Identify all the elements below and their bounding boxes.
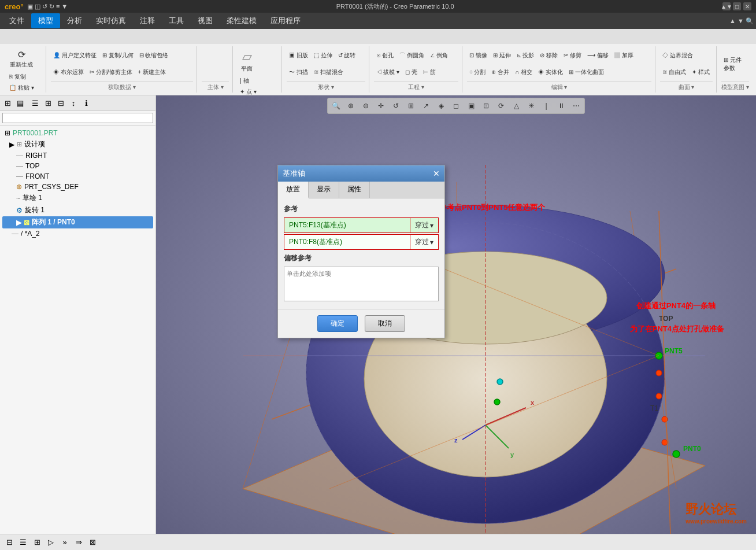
btn-boolean[interactable]: ◈ 布尔运算	[51, 67, 86, 77]
window-controls[interactable]: ▲▼ □ ✕	[722, 2, 751, 10]
ref-dropdown-1[interactable]: ▾	[430, 222, 433, 230]
dialog-tab-display[interactable]: 显示	[309, 182, 339, 198]
btn-point[interactable]: ✦ 点 ▾	[238, 87, 266, 95]
tree-filter-icon[interactable]: ▤	[14, 97, 26, 109]
btn-style[interactable]: ✦ 样式	[690, 67, 712, 77]
tree-item-array[interactable]: ▶ ⊠ 阵列 1 / PNT0	[2, 216, 153, 228]
bottom-grid-icon[interactable]: ⊞	[31, 537, 43, 548]
maximize-button[interactable]: □	[733, 2, 741, 10]
ref-constraint-1[interactable]: 穿过 ▾	[410, 218, 438, 232]
tree-settings-icon[interactable]: ⊞	[2, 97, 13, 109]
tree-item-top[interactable]: — TOP	[2, 161, 153, 171]
vp-pan[interactable]: ✛	[374, 99, 388, 112]
menu-tools[interactable]: 工具	[162, 13, 191, 28]
btn-element-param[interactable]: ⊞ 元件参数	[721, 55, 749, 73]
menu-annotation[interactable]: 注释	[133, 13, 162, 28]
btn-offset[interactable]: ⟶ 偏移	[585, 50, 611, 61]
btn-divide[interactable]: ÷ 分割	[467, 67, 488, 77]
vp-lights[interactable]: ☀	[524, 99, 538, 112]
btn-extend[interactable]: ⊞ 延伸	[491, 50, 513, 61]
btn-hole[interactable]: ⊙ 创孔	[374, 50, 396, 61]
menu-apps[interactable]: 应用程序	[264, 13, 307, 28]
vp-hidden[interactable]: ▣	[464, 99, 478, 112]
vp-zoom-in[interactable]: ⊕	[344, 99, 358, 112]
menu-model[interactable]: 模型	[31, 13, 60, 28]
vp-shading[interactable]: ◈	[434, 99, 448, 112]
vp-zoom-out[interactable]: ⊖	[359, 99, 373, 112]
tree-item-csys[interactable]: ⊕ PRT_CSYS_DEF	[2, 182, 153, 192]
btn-paste[interactable]: 📋 粘贴 ▾	[7, 83, 36, 93]
btn-thicken[interactable]: ▥ 加厚	[612, 50, 636, 61]
btn-solidify[interactable]: ◈ 实体化	[536, 67, 565, 77]
tree-item-revolve[interactable]: ⚙ 旋转 1	[2, 204, 153, 216]
dialog-close-button[interactable]: ✕	[433, 169, 440, 178]
btn-revolve[interactable]: ↺ 旋转	[336, 50, 358, 61]
offset-input[interactable]	[284, 267, 439, 301]
btn-shrink[interactable]: ⊟ 收缩包络	[137, 50, 171, 61]
btn-remove[interactable]: ⊘ 移除	[538, 50, 560, 61]
tree-item-design[interactable]: ▶ ⊞ 设计项	[2, 138, 153, 150]
vp-more[interactable]: ⋯	[569, 99, 583, 112]
btn-copy-geo[interactable]: ⊞ 复制/几何	[100, 50, 136, 61]
vp-wireframe[interactable]: ◻	[449, 99, 463, 112]
btn-copy[interactable]: ⎘ 复制	[7, 72, 36, 82]
vp-select[interactable]: ↗	[419, 99, 433, 112]
vp-pause[interactable]: ⏸	[554, 99, 568, 112]
reference-row-2[interactable]: PNT0:F8(基准点) 穿过 ▾	[284, 234, 439, 250]
bottom-arrow-icon[interactable]: ⇒	[73, 537, 84, 548]
btn-project[interactable]: ⊾ 投影	[514, 50, 537, 61]
minimize-button[interactable]: ▲▼	[722, 2, 731, 10]
tree-item-front[interactable]: — FRONT	[2, 171, 153, 182]
btn-freestyle[interactable]: ≋ 自由式	[660, 67, 688, 77]
tree-item-right[interactable]: — RIGHT	[2, 150, 153, 161]
btn-round[interactable]: ⌒ 倒圆角	[397, 50, 427, 61]
ref-dropdown-2[interactable]: ▾	[430, 238, 433, 246]
btn-legacy[interactable]: ▣ 旧版	[287, 50, 310, 61]
ok-button[interactable]: 确定	[317, 315, 358, 332]
vp-rotate[interactable]: ↺	[389, 99, 403, 112]
btn-intersect[interactable]: ∩ 相交	[513, 67, 535, 77]
tree-info-icon[interactable]: ℹ	[80, 97, 92, 109]
btn-shell[interactable]: ◻ 壳	[403, 67, 420, 77]
menu-flexible[interactable]: 柔性建模	[220, 13, 264, 28]
cancel-button[interactable]: 取消	[365, 315, 405, 332]
tree-grid-icon[interactable]: ⊞	[42, 97, 54, 109]
btn-delete[interactable]: ✕ 删除	[7, 94, 36, 95]
btn-draft[interactable]: ◁ 拔模 ▾	[374, 67, 402, 77]
3d-scene[interactable]: x y z PNT5 PNT0 TOP	[156, 95, 756, 534]
btn-extrude[interactable]: ⬚ 拉伸	[312, 50, 335, 61]
viewport[interactable]: 🔍 ⊕ ⊖ ✛ ↺ ⊞ ↗ ◈ ◻ ▣ ⊡ ⟳ △ ☀ | ⏸ ⋯	[156, 95, 756, 534]
menu-simulation[interactable]: 实时仿真	[89, 13, 133, 28]
tree-search-input[interactable]	[2, 113, 153, 123]
close-button[interactable]: ✕	[743, 2, 751, 10]
btn-unify[interactable]: ⊞ 一体化曲面	[566, 67, 606, 77]
bottom-more-icon[interactable]: »	[59, 537, 71, 548]
vp-zoom-fit[interactable]: 🔍	[329, 99, 343, 112]
btn-chamfer[interactable]: ∠ 倒角	[428, 50, 450, 61]
btn-userdef[interactable]: 👤 用户定义特征	[51, 50, 99, 61]
btn-plane[interactable]: ▱ 平面	[238, 47, 256, 75]
btn-rib[interactable]: ⊢ 筋	[421, 67, 438, 77]
btn-newbody[interactable]: + 新建主体	[136, 67, 169, 77]
btn-split[interactable]: ✂ 分割/修剪主体	[87, 67, 135, 77]
tree-expand-icon[interactable]: ⊟	[55, 97, 66, 109]
bottom-layers-icon[interactable]: ⊟	[3, 537, 15, 548]
btn-axis[interactable]: | 轴	[238, 76, 266, 86]
menu-view[interactable]: 视图	[191, 13, 220, 28]
vp-section[interactable]: ⊡	[479, 99, 493, 112]
bottom-expand-icon[interactable]: ▷	[45, 537, 57, 548]
vp-repaint[interactable]: ⟳	[494, 99, 508, 112]
menu-analysis[interactable]: 分析	[60, 13, 89, 28]
btn-regenerate[interactable]: ⟳ 重新生成	[7, 47, 36, 71]
btn-merge[interactable]: ⊕ 合并	[489, 67, 512, 77]
vp-persp[interactable]: △	[509, 99, 523, 112]
btn-trim[interactable]: ✂ 修剪	[561, 50, 584, 61]
btn-boundary[interactable]: ◇ 边界混合	[660, 50, 695, 61]
btn-sweep-blend[interactable]: ≋ 扫描混合	[312, 67, 346, 77]
dialog-tab-placement[interactable]: 放置	[278, 182, 309, 198]
dialog-tab-properties[interactable]: 属性	[339, 182, 370, 198]
tree-sort-icon[interactable]: ↕	[68, 97, 79, 109]
bottom-settings-icon[interactable]: ⊠	[87, 537, 98, 548]
reference-row-1[interactable]: PNT5:F13(基准点) 穿过 ▾	[284, 217, 439, 233]
btn-sweep[interactable]: 〜 扫描	[287, 67, 310, 77]
